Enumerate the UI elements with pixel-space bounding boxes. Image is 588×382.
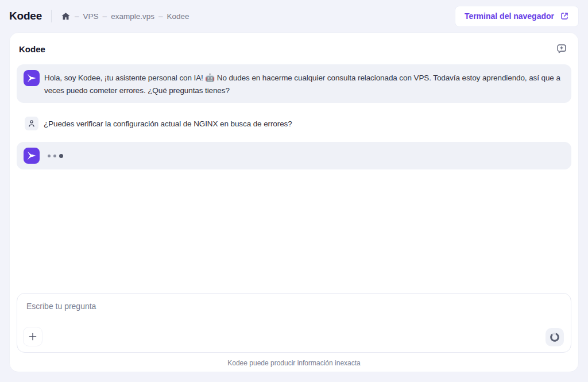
breadcrumb-separator: – [75, 12, 79, 21]
page-title: Kodee [9, 10, 42, 22]
user-avatar [25, 117, 38, 130]
send-button-loading[interactable] [546, 328, 564, 346]
disclaimer-text: Kodee puede producir información inexact… [10, 353, 578, 372]
new-chat-icon [555, 48, 568, 57]
breadcrumb-separator: – [103, 12, 107, 21]
breadcrumb-item-current: Kodee [167, 12, 189, 21]
header-divider [51, 10, 52, 22]
external-link-icon [560, 11, 569, 21]
assistant-typing-message [17, 142, 571, 169]
attach-button[interactable] [23, 327, 42, 346]
browser-terminal-button-label: Terminal del navegador [465, 11, 554, 21]
message-list: Hola, soy Kodee, ¡tu asistente personal … [10, 63, 578, 288]
browser-terminal-button[interactable]: Terminal del navegador [455, 6, 579, 27]
breadcrumb-item-server[interactable]: example.vps [111, 12, 154, 21]
person-icon [27, 119, 36, 128]
chat-panel-title: Kodee [19, 44, 45, 54]
kodee-avatar [24, 148, 40, 164]
question-input[interactable] [17, 294, 571, 327]
assistant-message: Hola, soy Kodee, ¡tu asistente personal … [17, 64, 571, 103]
assistant-message-text: Hola, soy Kodee, ¡tu asistente personal … [44, 72, 562, 97]
breadcrumb-item-vps[interactable]: VPS [83, 12, 99, 21]
typing-dot [48, 155, 51, 157]
typing-dot [53, 155, 56, 157]
plus-icon [28, 331, 38, 342]
chat-panel-header: Kodee [10, 33, 578, 63]
user-message: ¿Puedes verificar la configuración actua… [17, 117, 571, 130]
kodee-chat-panel: Kodee Ho [9, 32, 579, 372]
typing-dot [59, 154, 63, 158]
home-icon[interactable] [61, 11, 71, 21]
new-chat-button[interactable] [554, 41, 569, 56]
kodee-logo-icon [26, 150, 37, 161]
typing-indicator [48, 148, 63, 164]
kodee-avatar [24, 70, 40, 86]
breadcrumb: – VPS – example.vps – Kodee [61, 11, 189, 21]
kodee-logo-icon [26, 72, 37, 84]
message-composer [17, 293, 571, 353]
user-message-text: ¿Puedes verificar la configuración actua… [44, 119, 292, 128]
spinner-icon [550, 332, 560, 342]
top-header: Kodee – VPS – example.vps – Kodee Termin… [0, 0, 588, 32]
breadcrumb-separator: – [158, 12, 163, 21]
